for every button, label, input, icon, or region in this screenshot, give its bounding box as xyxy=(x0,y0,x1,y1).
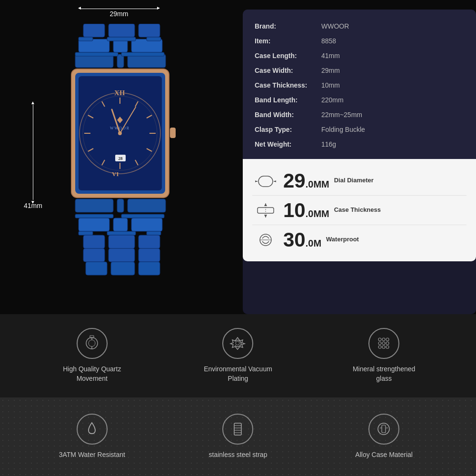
mineral-glass-icon-circle xyxy=(368,328,399,359)
svg-rect-57 xyxy=(139,248,160,262)
spec-value-band-width: 22mm~25mm xyxy=(321,110,362,120)
spec-label-case-thickness: Case Thickness: xyxy=(255,80,321,90)
svg-point-84 xyxy=(378,346,381,348)
spec-label-band-length: Band Length: xyxy=(255,95,321,105)
svg-point-78 xyxy=(378,338,381,341)
svg-text:28: 28 xyxy=(119,156,123,161)
svg-point-73 xyxy=(89,340,95,347)
svg-rect-48 xyxy=(131,218,162,231)
specs-table: Brand: WWOOR Item: 8858 Case Length: 41m… xyxy=(243,10,476,159)
dial-diameter-number: 29.0MM xyxy=(283,171,329,191)
mineral-glass-feature-text: Mineral strengthenedglass xyxy=(353,365,416,383)
svg-rect-56 xyxy=(109,248,135,262)
svg-rect-45 xyxy=(121,214,164,218)
svg-rect-54 xyxy=(139,235,160,248)
feature-alloy-case: Alloy Case Material xyxy=(337,414,432,460)
feature-steel-strap: stainless steel strap xyxy=(190,414,286,460)
svg-rect-41 xyxy=(75,199,113,212)
quartz-icon-circle xyxy=(77,328,108,359)
svg-rect-51 xyxy=(147,231,161,235)
svg-rect-46 xyxy=(79,218,109,231)
measure-dial-diameter: 29.0MM Dial Diameter xyxy=(252,166,466,196)
svg-rect-11 xyxy=(147,37,161,41)
alloy-case-feature-text: Alloy Case Material xyxy=(355,450,413,460)
spec-label-net-weight: Net Weight: xyxy=(255,139,321,149)
svg-rect-12 xyxy=(75,52,118,56)
vacuum-plating-feature-text: Environmental VacuumPlating xyxy=(204,365,272,383)
svg-rect-59 xyxy=(111,262,135,275)
feature-quartz: High Quality QuartzMovement xyxy=(44,328,139,383)
svg-point-77 xyxy=(236,341,239,345)
steel-strap-feature-text: stainless steel strap xyxy=(209,450,268,460)
waterproof-icon xyxy=(252,229,278,250)
svg-point-82 xyxy=(382,342,385,345)
case-thickness-number: 10.0MM xyxy=(283,200,329,220)
spec-value-clasp-type: Folding Buckle xyxy=(321,125,365,135)
svg-rect-60 xyxy=(139,262,160,275)
feature-vacuum-plating: Environmental VacuumPlating xyxy=(190,328,286,383)
svg-rect-87 xyxy=(234,423,241,435)
svg-rect-52 xyxy=(83,235,105,248)
spec-label-case-width: Case Width: xyxy=(255,66,321,76)
spec-label-band-width: Band Width: xyxy=(255,110,321,120)
waterproof-number: 30.0M xyxy=(283,230,321,250)
width-label: 29mm xyxy=(110,10,129,18)
svg-rect-66 xyxy=(258,208,274,213)
dial-diameter-icon xyxy=(252,170,278,191)
spec-label-brand: Brand: xyxy=(255,21,321,31)
svg-point-81 xyxy=(378,342,381,345)
measure-case-thickness: 10.0MM Case Thickness xyxy=(252,196,466,225)
measure-waterproof: 30.0M Waterproot xyxy=(252,225,466,254)
svg-rect-93 xyxy=(382,425,386,433)
svg-point-85 xyxy=(382,346,385,348)
svg-text:VI: VI xyxy=(112,170,119,178)
svg-point-79 xyxy=(382,338,385,341)
svg-point-86 xyxy=(386,346,389,348)
main-section: 29mm 41mm xyxy=(0,0,476,314)
spec-clasp-type: Clasp Type: Folding Buckle xyxy=(255,122,464,137)
waterproof-desc: Waterproot xyxy=(326,236,359,244)
dial-diameter-unit: .0MM xyxy=(306,179,329,189)
svg-rect-58 xyxy=(86,262,107,275)
feature-water-resistant: 3ATM Water Resistant xyxy=(44,414,139,460)
svg-rect-43 xyxy=(128,199,166,212)
spec-value-case-width: 29mm xyxy=(321,66,340,76)
svg-point-80 xyxy=(386,338,389,341)
spec-band-length: Band Length: 220mm xyxy=(255,93,464,108)
svg-rect-13 xyxy=(121,52,164,56)
svg-rect-10 xyxy=(107,37,136,41)
spec-value-band-length: 220mm xyxy=(321,95,344,105)
steel-strap-icon-circle xyxy=(222,414,253,445)
svg-text:XII: XII xyxy=(114,89,125,97)
case-thickness-desc: Case Thickness xyxy=(334,206,381,214)
features-top-section: High Quality QuartzMovement Environmenta… xyxy=(0,314,476,397)
spec-case-thickness: Case Thickness: 10mm xyxy=(255,78,464,93)
case-thickness-unit: .0MM xyxy=(306,208,329,219)
spec-band-width: Band Width: 22mm~25mm xyxy=(255,108,464,122)
alloy-case-icon-circle xyxy=(368,414,399,445)
spec-value-case-length: 41mm xyxy=(321,51,340,61)
spec-value-net-weight: 116g xyxy=(321,139,336,149)
watch-area: 29mm 41mm xyxy=(0,0,238,314)
spec-case-length: Case Length: 41mm xyxy=(255,49,464,63)
svg-rect-44 xyxy=(75,214,113,218)
svg-rect-42 xyxy=(117,199,124,212)
dial-diameter-desc: Dial Diameter xyxy=(334,177,374,185)
svg-rect-1 xyxy=(109,24,135,37)
water-resistant-icon-circle xyxy=(77,414,108,445)
feature-mineral-glass: Mineral strengthenedglass xyxy=(337,328,432,383)
svg-point-83 xyxy=(386,342,389,345)
svg-marker-65 xyxy=(274,180,276,182)
width-dimension: 29mm xyxy=(81,9,157,18)
svg-marker-63 xyxy=(255,180,257,182)
water-resistant-feature-text: 3ATM Water Resistant xyxy=(59,450,125,460)
spec-value-item: 8858 xyxy=(321,36,336,46)
svg-rect-55 xyxy=(83,248,105,262)
watch-image: XII VI WWOOR 28 xyxy=(38,24,200,290)
svg-rect-9 xyxy=(79,37,93,41)
svg-rect-61 xyxy=(258,176,273,187)
spec-net-weight: Net Weight: 116g xyxy=(255,137,464,152)
spec-value-brand: WWOOR xyxy=(321,21,349,31)
svg-rect-17 xyxy=(170,128,176,138)
spec-value-case-thickness: 10mm xyxy=(321,80,340,90)
